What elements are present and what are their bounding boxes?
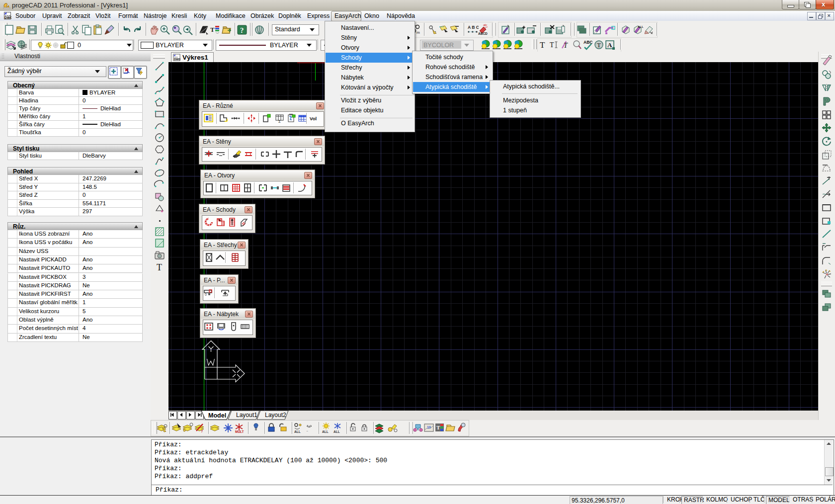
svg-text:A: A	[607, 41, 612, 49]
svg-text:T: T	[540, 40, 545, 50]
svg-text:Σ: Σ	[278, 119, 281, 123]
svg-text:T: T	[157, 262, 162, 272]
svg-text:Vol: Vol	[310, 116, 317, 121]
svg-text:?: ?	[201, 429, 203, 433]
svg-text:ABCD: ABCD	[478, 32, 488, 35]
svg-text:10: 10	[427, 425, 431, 429]
svg-text:T: T	[210, 26, 215, 33]
svg-text:MULT: MULT	[235, 430, 244, 433]
svg-text:Model: Model	[208, 412, 226, 419]
svg-text:ALL: ALL	[334, 430, 340, 433]
svg-text:m: m	[417, 30, 420, 35]
svg-text:ALL: ALL	[294, 430, 301, 433]
svg-text:Layout1: Layout1	[236, 412, 257, 419]
svg-text:T: T	[436, 424, 440, 430]
svg-text:T: T	[564, 42, 568, 49]
svg-text:ALL: ALL	[322, 430, 329, 433]
svg-text:⌣: ⌣	[306, 429, 308, 432]
svg-text:0: 0	[205, 293, 207, 296]
svg-text:DWG: DWG	[4, 16, 11, 19]
svg-text:Layout2: Layout2	[265, 412, 286, 419]
svg-text:T: T	[597, 41, 601, 49]
svg-text:T: T	[550, 41, 554, 49]
svg-text:DWG: DWG	[174, 58, 180, 61]
svg-text:?: ?	[240, 26, 244, 34]
